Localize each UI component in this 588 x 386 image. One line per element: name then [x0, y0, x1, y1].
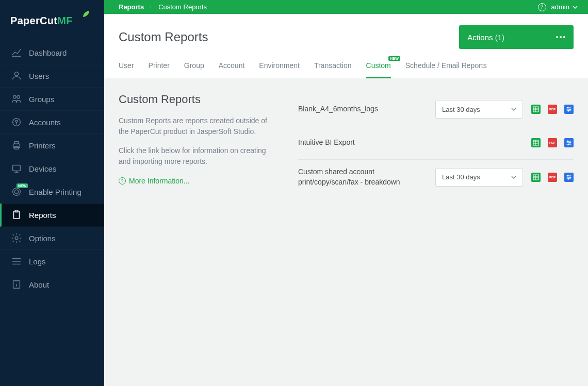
actions-label: Actions (1)	[467, 33, 504, 42]
breadcrumb-bar: Reports Custom Reports ? admin	[104, 0, 588, 14]
clipboard-icon	[10, 209, 23, 221]
printer-icon	[10, 139, 23, 152]
breadcrumb-root[interactable]: Reports	[119, 3, 144, 11]
topbar-right: ? admin	[538, 3, 588, 11]
period-select[interactable]: Last 30 days	[435, 100, 523, 119]
svg-point-2	[17, 96, 20, 99]
spreadsheet-icon[interactable]	[531, 173, 541, 182]
spreadsheet-icon[interactable]	[531, 138, 541, 147]
sidebar-item-label: Options	[29, 234, 56, 243]
tab-group[interactable]: Group	[184, 61, 204, 78]
new-badge: NEW	[388, 56, 400, 61]
sidebar-item-label: Dashboard	[29, 48, 67, 57]
chevron-right-icon	[149, 5, 153, 9]
spreadsheet-icon[interactable]	[531, 105, 541, 114]
report-row: Intuitive BI Export PDF	[298, 126, 574, 160]
sidebar-item-reports[interactable]: Reports	[0, 204, 104, 227]
select-value: Last 30 days	[442, 106, 480, 113]
question-icon: ?	[119, 177, 126, 184]
report-row: Blank_A4_6months_logs Last 30 days PDF	[298, 93, 574, 126]
leaf-icon	[83, 10, 90, 18]
logo[interactable]: PaperCutMF	[0, 0, 104, 41]
svg-point-0	[14, 72, 18, 76]
svg-rect-5	[13, 144, 20, 147]
user-icon	[10, 70, 23, 82]
sidebar-item-devices[interactable]: Devices	[0, 157, 104, 180]
sidebar-item-label: Groups	[29, 95, 54, 104]
sidebar-item-label: About	[29, 280, 49, 289]
tab-account[interactable]: Account	[219, 61, 245, 78]
options-icon[interactable]	[564, 138, 574, 147]
report-row: Custom shared account print/copy/scan/fa…	[298, 160, 574, 194]
tab-transaction[interactable]: Transaction	[314, 61, 352, 78]
svg-point-1	[13, 96, 16, 99]
report-actions: PDF	[531, 173, 574, 182]
actions-button[interactable]: Actions (1)	[459, 25, 574, 49]
breadcrumb-leaf[interactable]: Custom Reports	[158, 3, 207, 11]
sidebar-item-label: Users	[29, 72, 49, 80]
intro-column: Custom Reports Custom Reports are report…	[119, 93, 273, 372]
intro-para-1: Custom Reports are reports created outsi…	[119, 115, 273, 137]
info-icon	[10, 278, 23, 291]
tab-schedule[interactable]: Schedule / Email Reports	[405, 61, 487, 78]
tab-environment[interactable]: Environment	[259, 61, 300, 78]
svg-rect-6	[14, 142, 18, 144]
device-icon	[10, 162, 23, 175]
period-select[interactable]: Last 30 days	[435, 168, 523, 187]
chevron-down-icon	[511, 108, 516, 111]
user-label: admin	[551, 3, 569, 11]
tab-custom[interactable]: Custom NEW	[366, 61, 391, 78]
tabs: User Printer Group Account Environment T…	[119, 61, 574, 78]
help-icon[interactable]: ?	[538, 3, 546, 11]
sidebar-nav: Dashboard Users Groups Accounts Printers	[0, 41, 104, 296]
sidebar-item-about[interactable]: About	[0, 273, 104, 296]
logo-text: PaperCutMF	[10, 15, 73, 27]
svg-point-28	[569, 109, 570, 110]
tab-printer[interactable]: Printer	[149, 61, 170, 78]
pdf-icon[interactable]: PDF	[548, 173, 557, 182]
sidebar-item-users[interactable]: Users	[0, 64, 104, 88]
sidebar-item-label: Printers	[29, 141, 56, 150]
sidebar-item-printers[interactable]: Printers	[0, 134, 104, 157]
svg-point-39	[568, 144, 569, 145]
period-select-empty	[435, 133, 523, 152]
logo-suffix: MF	[57, 15, 72, 26]
svg-point-38	[569, 142, 570, 143]
report-name: Custom shared account print/copy/scan/fa…	[298, 167, 427, 187]
tab-user[interactable]: User	[119, 61, 134, 78]
sidebar-item-label: Reports	[29, 211, 56, 220]
svg-point-49	[568, 178, 569, 179]
report-actions: PDF	[531, 138, 574, 147]
intro-para-2: Click the link below for information on …	[119, 145, 273, 167]
pdf-icon[interactable]: PDF	[548, 105, 557, 114]
chart-line-icon	[10, 46, 23, 59]
sidebar-item-options[interactable]: Options	[0, 227, 104, 250]
options-icon[interactable]	[564, 105, 574, 114]
list-icon	[10, 255, 23, 267]
options-icon[interactable]	[564, 173, 574, 182]
sidebar-item-dashboard[interactable]: Dashboard	[0, 41, 104, 64]
sidebar-item-label: Enable Printing	[29, 188, 81, 196]
sidebar-item-label: Devices	[29, 164, 56, 173]
more-icon	[556, 36, 565, 38]
sidebar-item-accounts[interactable]: Accounts	[0, 111, 104, 134]
sidebar-item-enable-printing[interactable]: NEW Enable Printing	[0, 180, 104, 204]
svg-point-9	[13, 188, 21, 196]
sidebar-item-groups[interactable]: Groups	[0, 88, 104, 111]
content: Custom Reports Custom Reports are report…	[104, 78, 588, 386]
svg-point-10	[14, 190, 18, 193]
svg-rect-20	[533, 107, 538, 112]
pdf-icon[interactable]: PDF	[548, 138, 557, 147]
report-name: Blank_A4_6months_logs	[298, 104, 427, 114]
page-header: Custom Reports Actions (1) User Printer …	[104, 14, 588, 78]
section-heading: Custom Reports	[119, 93, 273, 106]
user-menu[interactable]: admin	[551, 3, 578, 11]
svg-rect-8	[13, 165, 21, 171]
key-icon	[10, 116, 23, 128]
svg-point-13	[15, 237, 18, 240]
sidebar-item-logs[interactable]: Logs	[0, 250, 104, 273]
new-badge: NEW	[17, 183, 28, 188]
more-info-link[interactable]: ? More Information...	[119, 177, 190, 185]
page-title: Custom Reports	[119, 30, 208, 44]
svg-point-4	[15, 120, 18, 122]
